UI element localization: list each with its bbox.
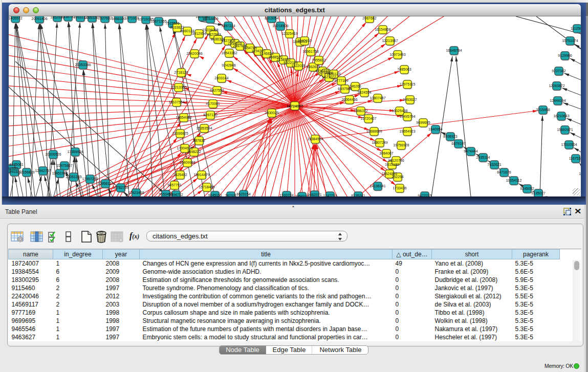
svg-text:1071918: 1071918 <box>125 16 139 20</box>
svg-text:12156829: 12156829 <box>18 170 34 174</box>
svg-text:20091406: 20091406 <box>31 17 47 20</box>
svg-text:12325419: 12325419 <box>281 32 297 35</box>
svg-text:3912954: 3912954 <box>192 32 206 35</box>
svg-text:9129966: 9129966 <box>558 54 572 57</box>
svg-text:16961758: 16961758 <box>302 50 318 53</box>
svg-text:2830025: 2830025 <box>265 111 278 115</box>
svg-text:16671355: 16671355 <box>150 19 166 23</box>
svg-text:2935114: 2935114 <box>476 156 490 159</box>
svg-text:1112503: 1112503 <box>571 27 581 30</box>
svg-text:3340910: 3340910 <box>297 39 311 42</box>
svg-text:1405572: 1405572 <box>9 16 23 20</box>
svg-text:1322035: 1322035 <box>291 64 305 68</box>
svg-text:15409948: 15409948 <box>179 161 195 164</box>
svg-text:20053346: 20053346 <box>75 63 91 67</box>
svg-text:8427552: 8427552 <box>210 89 224 92</box>
svg-text:10807487: 10807487 <box>369 96 385 100</box>
svg-text:10025438: 10025438 <box>391 109 407 113</box>
svg-text:8135061: 8135061 <box>9 163 23 166</box>
svg-text:782371: 782371 <box>225 194 236 196</box>
svg-text:1527602: 1527602 <box>98 16 112 20</box>
svg-text:20206526: 20206526 <box>45 152 61 156</box>
svg-text:1733436: 1733436 <box>393 186 406 190</box>
svg-text:9463627: 9463627 <box>403 98 417 101</box>
svg-text:12444194: 12444194 <box>550 99 565 102</box>
svg-text:1247218: 1247218 <box>323 194 337 196</box>
svg-text:16543362: 16543362 <box>221 51 237 55</box>
svg-text:9462071: 9462071 <box>308 193 321 196</box>
svg-text:1640954: 1640954 <box>428 127 442 131</box>
svg-text:2718126: 2718126 <box>174 71 188 74</box>
svg-text:1621072: 1621072 <box>322 75 336 79</box>
svg-text:11451944: 11451944 <box>52 171 68 175</box>
svg-text:10973493: 10973493 <box>389 53 405 56</box>
svg-text:8504712: 8504712 <box>169 193 183 196</box>
svg-text:9362615: 9362615 <box>306 65 320 69</box>
svg-text:9472215: 9472215 <box>418 194 431 196</box>
svg-text:7625402: 7625402 <box>173 173 187 177</box>
svg-text:2054122: 2054122 <box>295 194 309 196</box>
svg-text:19654982: 19654982 <box>176 116 191 119</box>
svg-text:17010504: 17010504 <box>561 143 577 146</box>
svg-text:18107554: 18107554 <box>168 100 184 104</box>
svg-text:19218506: 19218506 <box>272 24 288 28</box>
svg-text:3215958: 3215958 <box>536 108 550 112</box>
svg-text:16120746: 16120746 <box>388 159 404 162</box>
svg-text:7485063: 7485063 <box>397 68 411 71</box>
svg-text:18807249: 18807249 <box>372 141 387 144</box>
svg-text:22975867: 22975867 <box>56 164 72 167</box>
svg-text:7955812: 7955812 <box>312 58 325 62</box>
svg-text:746266: 746266 <box>349 84 361 88</box>
svg-text:9146821: 9146821 <box>259 52 273 55</box>
svg-text:9699695: 9699695 <box>416 121 430 124</box>
svg-text:19756928: 19756928 <box>393 143 409 147</box>
svg-text:9457791: 9457791 <box>167 183 181 187</box>
svg-text:12093872: 12093872 <box>549 84 564 87</box>
svg-text:9245113: 9245113 <box>208 193 222 196</box>
svg-text:12942757: 12942757 <box>35 169 51 172</box>
svg-text:20364436: 20364436 <box>341 98 357 101</box>
svg-text:587832: 587832 <box>193 139 205 142</box>
svg-text:19166825: 19166825 <box>172 132 188 135</box>
svg-text:1910724: 1910724 <box>279 193 293 196</box>
svg-text:6879197: 6879197 <box>451 142 465 145</box>
svg-text:19495794: 19495794 <box>399 115 415 118</box>
svg-text:19654923: 19654923 <box>399 129 415 133</box>
svg-text:23226058: 23226058 <box>202 28 218 32</box>
svg-text:7857224: 7857224 <box>221 24 235 28</box>
svg-text:16033809: 16033809 <box>202 17 218 20</box>
svg-text:3084067: 3084067 <box>379 151 393 155</box>
svg-text:1615132: 1615132 <box>385 163 399 166</box>
svg-text:3824554: 3824554 <box>357 91 371 94</box>
svg-text:15718485: 15718485 <box>199 185 214 189</box>
svg-text:1167534: 1167534 <box>569 157 581 160</box>
svg-text:9474444: 9474444 <box>464 149 477 153</box>
svg-text:252254: 252254 <box>391 175 403 179</box>
svg-text:8267130: 8267130 <box>203 113 217 117</box>
svg-text:7632621: 7632621 <box>487 163 501 166</box>
svg-text:9245052: 9245052 <box>520 187 534 190</box>
svg-text:9242848: 9242848 <box>222 63 235 67</box>
svg-text:12975115: 12975115 <box>400 82 416 86</box>
svg-text:2803144: 2803144 <box>214 76 228 80</box>
svg-text:7986372: 7986372 <box>354 109 367 113</box>
svg-text:17359934: 17359934 <box>67 150 83 154</box>
svg-text:12213369: 12213369 <box>170 85 186 89</box>
svg-text:2451123: 2451123 <box>327 72 341 76</box>
svg-text:23420046: 23420046 <box>186 52 202 55</box>
svg-text:8135241: 8135241 <box>351 194 365 196</box>
svg-text:10958127: 10958127 <box>97 182 113 185</box>
svg-text:19384554: 19384554 <box>307 137 323 141</box>
svg-text:1498222: 1498222 <box>187 150 201 154</box>
svg-text:16210643: 16210643 <box>553 114 569 118</box>
svg-text:9135027: 9135027 <box>531 191 545 195</box>
svg-text:6466100: 6466100 <box>112 17 125 20</box>
svg-text:9327503: 9327503 <box>207 33 221 36</box>
svg-text:8938923: 8938923 <box>443 135 457 138</box>
svg-text:23051235: 23051235 <box>66 175 81 179</box>
svg-text:16648784: 16648784 <box>446 49 462 52</box>
svg-text:15720407: 15720407 <box>360 117 376 120</box>
svg-text:16154808: 16154808 <box>375 28 390 31</box>
svg-text:8813054: 8813054 <box>265 16 278 20</box>
svg-text:14136141: 14136141 <box>369 184 385 188</box>
